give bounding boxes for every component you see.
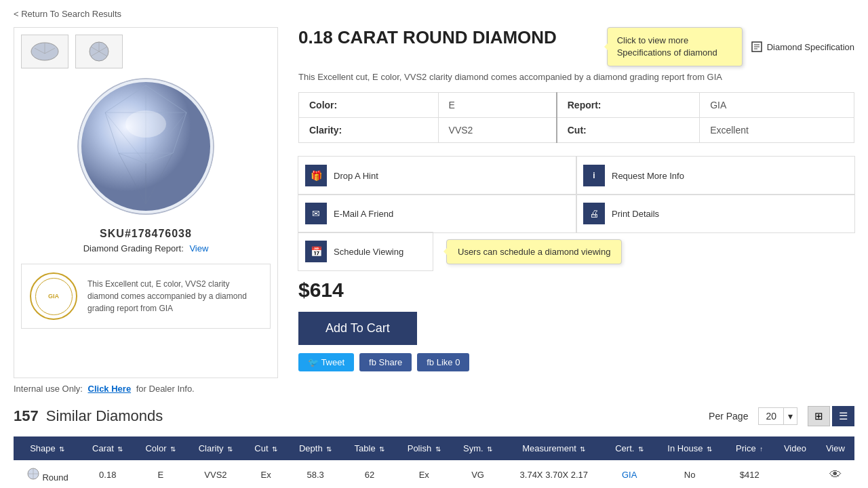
specs-table: Color: E Report: GIA Clarity: VVS2 Cut: … xyxy=(298,92,854,143)
facebook-share-button[interactable]: fb Share xyxy=(359,353,412,371)
edit-icon xyxy=(751,41,763,53)
col-depth: Depth ⇅ xyxy=(288,436,343,460)
col-measurement: Measurement ⇅ xyxy=(503,436,604,460)
actions-grid: 🎁 Drop A Hint i Request More Info ✉ E-Ma… xyxy=(298,157,854,232)
table-body: Round 0.18 E VVS2 Ex 58.3 62 Ex VG 3.74X… xyxy=(14,460,854,488)
col-price: Price ↑ xyxy=(725,436,774,460)
request-info-icon: i xyxy=(583,165,605,186)
sort-measurement[interactable]: ⇅ xyxy=(580,445,585,453)
social-buttons: 🐦 Tweet fb Share fb Like 0 xyxy=(298,353,854,371)
cell-depth: 58.3 xyxy=(288,460,343,488)
sort-color[interactable]: ⇅ xyxy=(170,445,176,453)
per-page-value: 20 xyxy=(759,408,783,424)
col-sym: Sym. ⇅ xyxy=(452,436,504,460)
cell-sym: VG xyxy=(452,460,504,488)
col-carat: Carat ⇅ xyxy=(81,436,134,460)
shape-text: Round xyxy=(42,472,68,483)
sort-shape[interactable]: ⇅ xyxy=(59,445,64,453)
title-row: 0.18 CARAT ROUND DIAMOND Click to view m… xyxy=(298,27,854,66)
spec-link-label: Diamond Specification xyxy=(767,42,854,52)
col-cut: Cut ⇅ xyxy=(244,436,288,460)
per-page-label: Per Page xyxy=(709,411,748,422)
similar-header: 157 Similar Diamonds Per Page 20 ▾ ⊞ ☰ xyxy=(14,406,854,426)
thumbnail-row xyxy=(21,35,271,68)
gia-logo-inner: GIA xyxy=(35,278,73,315)
sort-cut[interactable]: ⇅ xyxy=(272,445,277,453)
left-panel: SKU#178476038 Diamond Grading Report: Vi… xyxy=(14,27,278,378)
col-view: View xyxy=(816,436,854,460)
sort-polish[interactable]: ⇅ xyxy=(435,445,441,453)
sort-sym[interactable]: ⇅ xyxy=(487,445,492,453)
similar-label: Similar Diamonds xyxy=(46,407,163,424)
thumbnail-2[interactable] xyxy=(75,35,123,68)
clarity-value: VVS2 xyxy=(438,118,557,143)
sort-depth[interactable]: ⇅ xyxy=(326,445,332,453)
main-content: SKU#178476038 Diamond Grading Report: Vi… xyxy=(0,27,868,378)
request-info-button[interactable]: i Request More Info xyxy=(576,156,855,195)
sort-table[interactable]: ⇅ xyxy=(379,445,384,453)
price: $614 xyxy=(298,279,854,302)
sort-cert[interactable]: ⇅ xyxy=(638,445,644,453)
request-info-label: Request More Info xyxy=(612,171,684,181)
report-label: Diamond Grading Report: xyxy=(83,243,184,253)
schedule-row: 📅 Schedule Viewing Users can schedule a … xyxy=(298,232,854,270)
sort-inhouse[interactable]: ⇅ xyxy=(707,445,712,453)
cell-polish: Ex xyxy=(396,460,452,488)
svg-point-18 xyxy=(125,110,166,138)
schedule-label: Schedule Viewing xyxy=(334,247,403,257)
report-link-row: Diamond Grading Report: View xyxy=(21,243,271,253)
spec-tooltip: Click to view more Specifications of dia… xyxy=(607,27,743,66)
internal-use-bar: Internal use Only: Click Here for Dealer… xyxy=(0,378,868,399)
spec-section: Click to view more Specifications of dia… xyxy=(607,27,854,66)
cell-measurement: 3.74X 3.70X 2.17 xyxy=(503,460,604,488)
sort-price[interactable]: ↑ xyxy=(760,445,763,453)
back-link[interactable]: < Return To Search Results xyxy=(14,9,121,19)
color-value: E xyxy=(438,93,557,118)
cell-clarity: VVS2 xyxy=(187,460,245,488)
similar-diamonds-section: 157 Similar Diamonds Per Page 20 ▾ ⊞ ☰ S… xyxy=(0,399,868,488)
per-page-controls: Per Page 20 ▾ ⊞ ☰ xyxy=(709,406,854,426)
cell-price: $412 xyxy=(725,460,774,488)
sort-clarity[interactable]: ⇅ xyxy=(227,445,233,453)
drop-hint-button[interactable]: 🎁 Drop A Hint xyxy=(298,156,577,195)
spec-link[interactable]: Diamond Specification xyxy=(751,41,854,53)
schedule-icon: 📅 xyxy=(305,241,327,262)
sku-text: SKU#178476038 xyxy=(21,228,271,240)
cell-cut: Ex xyxy=(244,460,288,488)
col-inhouse: In House ⇅ xyxy=(654,436,725,460)
col-polish: Polish ⇅ xyxy=(396,436,452,460)
grid-view-button[interactable]: ⊞ xyxy=(808,406,830,426)
list-view-button[interactable]: ☰ xyxy=(832,406,854,426)
cell-table: 62 xyxy=(343,460,396,488)
print-icon: 🖨 xyxy=(583,203,605,224)
cut-label: Cut: xyxy=(557,118,700,143)
cell-view[interactable]: 👁 xyxy=(816,460,854,488)
thumbnail-1[interactable] xyxy=(21,35,68,68)
print-details-button[interactable]: 🖨 Print Details xyxy=(576,194,855,233)
per-page-selector[interactable]: 20 ▾ xyxy=(758,407,797,425)
schedule-tooltip-container: Users can schedule a diamond viewing xyxy=(446,239,622,264)
per-page-dropdown-arrow[interactable]: ▾ xyxy=(783,408,797,424)
cert-link[interactable]: GIA xyxy=(622,470,637,480)
diamond-image xyxy=(21,75,271,218)
email-icon: ✉ xyxy=(305,203,327,224)
tweet-button[interactable]: 🐦 Tweet xyxy=(298,353,354,371)
dealer-link[interactable]: Click Here xyxy=(88,384,132,394)
print-details-label: Print Details xyxy=(612,209,659,219)
right-panel: 0.18 CARAT ROUND DIAMOND Click to view m… xyxy=(298,27,854,378)
email-friend-button[interactable]: ✉ E-Mail A Friend xyxy=(298,194,577,233)
col-color: Color ⇅ xyxy=(134,436,187,460)
table-row: Round 0.18 E VVS2 Ex 58.3 62 Ex VG 3.74X… xyxy=(14,460,854,488)
diamonds-table: Shape ⇅ Carat ⇅ Color ⇅ Clarity ⇅ Cut ⇅ … xyxy=(14,436,854,488)
cell-cert: GIA xyxy=(604,460,654,488)
view-icon[interactable]: 👁 xyxy=(829,468,842,481)
view-toggle: ⊞ ☰ xyxy=(808,406,854,426)
schedule-viewing-button[interactable]: 📅 Schedule Viewing xyxy=(298,232,433,271)
gia-box: GIA This Excellent cut, E color, VVS2 cl… xyxy=(21,264,271,329)
facebook-like-button[interactable]: fb Like 0 xyxy=(417,353,469,371)
sort-carat[interactable]: ⇅ xyxy=(117,445,123,453)
report-view-link[interactable]: View xyxy=(189,243,208,253)
report-type-value: GIA xyxy=(700,93,854,118)
cell-shape: Round xyxy=(14,460,81,488)
add-to-cart-button[interactable]: Add To Cart xyxy=(298,312,417,345)
